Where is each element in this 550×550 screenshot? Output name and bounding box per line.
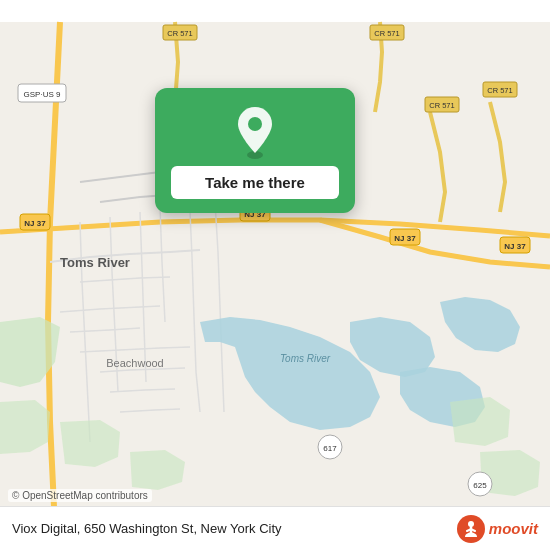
svg-text:NJ 37: NJ 37 <box>24 219 46 228</box>
location-pin-icon <box>229 106 281 158</box>
svg-text:Toms River: Toms River <box>280 353 331 364</box>
svg-text:NJ 37: NJ 37 <box>394 234 416 243</box>
svg-text:Toms River: Toms River <box>60 255 130 270</box>
svg-text:CR 571: CR 571 <box>374 29 399 38</box>
svg-text:CR 571: CR 571 <box>487 86 512 95</box>
moovit-wordmark: moovit <box>489 520 538 537</box>
svg-point-29 <box>248 117 262 131</box>
svg-text:Beachwood: Beachwood <box>106 357 164 369</box>
take-me-there-button[interactable]: Take me there <box>171 166 339 199</box>
svg-text:CR 571: CR 571 <box>167 29 192 38</box>
moovit-logo: moovit <box>457 515 538 543</box>
map-svg: GSP·US 9 NJ 37 NJ 37 NJ 37 NJ 37 CR 571 … <box>0 0 550 550</box>
svg-text:NJ 37: NJ 37 <box>504 242 526 251</box>
map-container: GSP·US 9 NJ 37 NJ 37 NJ 37 NJ 37 CR 571 … <box>0 0 550 550</box>
address-text: Viox Digital, 650 Washington St, New Yor… <box>12 521 457 536</box>
bottom-bar: Viox Digital, 650 Washington St, New Yor… <box>0 506 550 550</box>
svg-text:617: 617 <box>323 444 337 453</box>
osm-credit: © OpenStreetMap contributors <box>8 489 152 502</box>
svg-text:CR 571: CR 571 <box>429 101 454 110</box>
location-card: Take me there <box>155 88 355 213</box>
svg-text:GSP·US 9: GSP·US 9 <box>24 90 61 99</box>
moovit-brand-icon <box>457 515 485 543</box>
svg-text:625: 625 <box>473 481 487 490</box>
